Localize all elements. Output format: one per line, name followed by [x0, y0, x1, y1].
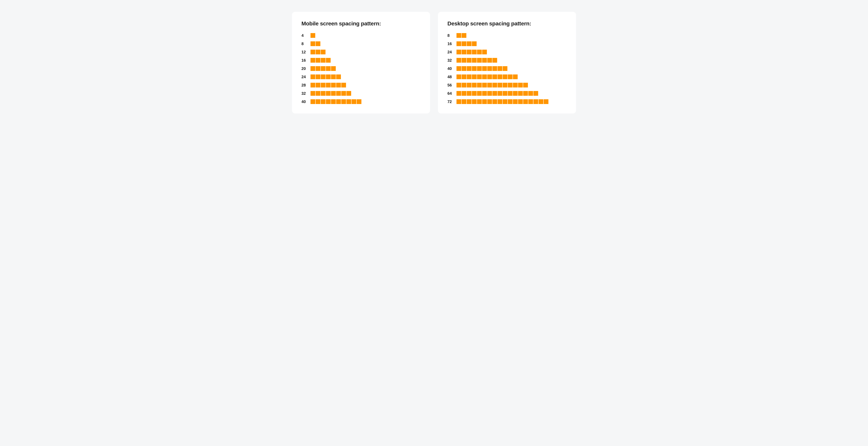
spacing-unit-cell — [331, 99, 336, 104]
spacing-unit-cell — [492, 58, 497, 63]
spacing-unit-cell — [336, 83, 341, 88]
spacing-unit-cell — [477, 58, 482, 63]
spacing-value-label: 48 — [447, 75, 454, 79]
spacing-unit-cell — [321, 74, 326, 79]
spacing-row: 32 — [447, 58, 566, 63]
spacing-value-label: 24 — [447, 50, 454, 55]
spacing-value-label: 4 — [302, 33, 308, 38]
spacing-row: 40 — [447, 66, 566, 71]
spacing-unit-cell — [513, 91, 518, 96]
spacing-unit-cell — [498, 66, 502, 71]
spacing-unit-cell — [472, 66, 476, 71]
spacing-unit-cell — [467, 91, 471, 96]
spacing-unit-cell — [467, 99, 471, 104]
spacing-value-label: 40 — [302, 100, 308, 104]
spacing-unit-cell — [472, 99, 476, 104]
spacing-unit-cell — [508, 83, 513, 88]
spacing-bar — [311, 41, 320, 46]
spacing-unit-cell — [487, 91, 492, 96]
spacing-unit-cell — [346, 91, 351, 96]
spacing-row: 4 — [302, 33, 421, 38]
spacing-unit-cell — [467, 83, 471, 88]
spacing-unit-cell — [513, 83, 518, 88]
spacing-card-desktop: Desktop screen spacing pattern: 81624324… — [438, 12, 576, 113]
spacing-unit-cell — [341, 99, 346, 104]
spacing-row: 8 — [302, 41, 421, 46]
spacing-unit-cell — [357, 99, 362, 104]
spacing-unit-cell — [538, 99, 543, 104]
spacing-value-label: 16 — [302, 58, 308, 63]
spacing-unit-cell — [472, 91, 476, 96]
spacing-bar — [311, 33, 315, 38]
spacing-value-label: 20 — [302, 66, 308, 71]
spacing-unit-cell — [477, 99, 482, 104]
spacing-unit-cell — [492, 83, 497, 88]
spacing-unit-cell — [316, 66, 320, 71]
spacing-unit-cell — [482, 83, 487, 88]
spacing-value-label: 16 — [447, 41, 454, 46]
spacing-unit-cell — [326, 99, 331, 104]
spacing-unit-cell — [462, 33, 466, 38]
spacing-unit-cell — [482, 99, 487, 104]
spacing-unit-cell — [316, 91, 320, 96]
spacing-unit-cell — [457, 49, 461, 55]
spacing-unit-cell — [311, 49, 315, 55]
spacing-unit-cell — [503, 66, 507, 71]
spacing-value-label: 8 — [447, 33, 454, 38]
spacing-unit-cell — [487, 66, 492, 71]
spacing-unit-cell — [336, 99, 341, 104]
spacing-unit-cell — [462, 58, 466, 63]
spacing-row: 24 — [447, 49, 566, 55]
spacing-bar — [457, 58, 497, 63]
spacing-unit-cell — [523, 83, 528, 88]
spacing-unit-cell — [528, 91, 533, 96]
spacing-unit-cell — [472, 58, 476, 63]
spacing-unit-cell — [518, 83, 523, 88]
spacing-unit-cell — [498, 99, 502, 104]
spacing-unit-cell — [477, 66, 482, 71]
spacing-unit-cell — [326, 91, 331, 96]
spacing-unit-cell — [513, 74, 518, 79]
spacing-unit-cell — [482, 91, 487, 96]
spacing-unit-cell — [311, 91, 315, 96]
spacing-unit-cell — [482, 58, 487, 63]
spacing-unit-cell — [487, 99, 492, 104]
spacing-unit-cell — [467, 58, 471, 63]
spacing-row: 48 — [447, 74, 566, 79]
spacing-bar — [311, 99, 362, 104]
spacing-unit-cell — [321, 58, 326, 63]
spacing-unit-cell — [326, 83, 331, 88]
spacing-unit-cell — [321, 91, 326, 96]
spacing-unit-cell — [472, 41, 476, 46]
spacing-unit-cell — [498, 91, 502, 96]
spacing-unit-cell — [462, 74, 466, 79]
spacing-row: 12 — [302, 49, 421, 55]
spacing-unit-cell — [462, 49, 466, 55]
spacing-bar — [311, 49, 326, 55]
spacing-unit-cell — [503, 99, 507, 104]
spacing-unit-cell — [477, 91, 482, 96]
spacing-bar — [457, 41, 476, 46]
spacing-unit-cell — [346, 99, 351, 104]
spacing-unit-cell — [472, 83, 476, 88]
spacing-bar — [457, 99, 549, 104]
spacing-unit-cell — [316, 83, 320, 88]
spacing-unit-cell — [457, 74, 461, 79]
spacing-unit-cell — [472, 74, 476, 79]
spacing-unit-cell — [518, 99, 523, 104]
spacing-unit-cell — [482, 49, 487, 55]
spacing-unit-cell — [477, 74, 482, 79]
spacing-unit-cell — [331, 66, 336, 71]
spacing-rows: 81624324048566472 — [447, 33, 566, 104]
spacing-unit-cell — [467, 41, 471, 46]
spacing-unit-cell — [351, 99, 356, 104]
spacing-row: 24 — [302, 74, 421, 79]
spacing-row: 16 — [302, 58, 421, 63]
spacing-value-label: 24 — [302, 75, 308, 79]
spacing-unit-cell — [311, 66, 315, 71]
spacing-bar — [457, 66, 507, 71]
spacing-unit-cell — [331, 83, 336, 88]
card-title: Desktop screen spacing pattern: — [447, 21, 566, 27]
spacing-unit-cell — [457, 83, 461, 88]
spacing-bar — [311, 91, 351, 96]
